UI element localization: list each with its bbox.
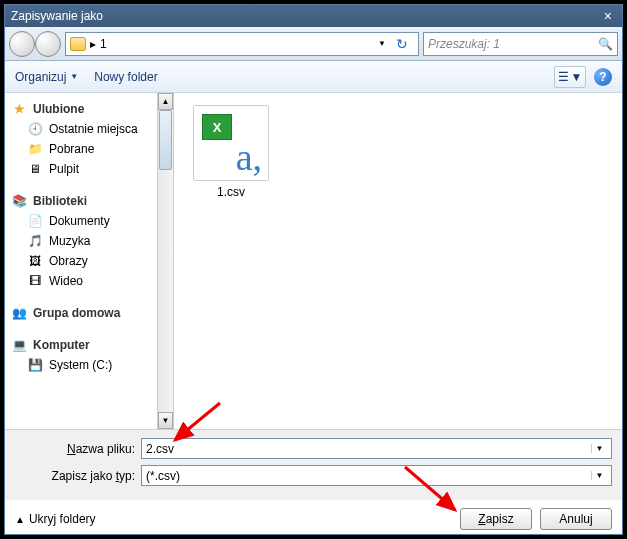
hide-folders-button[interactable]: ▲ Ukryj foldery [15,512,96,526]
address-chevron: ▸ [90,37,96,51]
recent-icon: 🕘 [27,121,43,137]
filetype-value: (*.csv) [146,469,591,483]
scroll-up-icon[interactable]: ▲ [158,93,173,110]
sidebar-item-pictures[interactable]: 🖼Obrazy [5,251,157,271]
dropdown-icon[interactable]: ▼ [378,39,386,48]
titlebar[interactable]: Zapisywanie jako × [5,5,622,27]
scroll-down-icon[interactable]: ▼ [158,412,173,429]
picture-icon: 🖼 [27,253,43,269]
help-button[interactable]: ? [594,68,612,86]
folder-icon: 📁 [27,141,43,157]
close-icon[interactable]: × [600,8,616,24]
save-button[interactable]: Zapisz [460,508,532,530]
save-fields: Nazwa pliku: ▼ Zapisz jako typ: (*.csv) … [5,429,622,500]
organize-button[interactable]: Organizuj ▼ [15,70,78,84]
scroll-thumb[interactable] [159,110,172,170]
sidebar-libraries[interactable]: 📚Biblioteki [5,191,157,211]
sidebar-item-music[interactable]: 🎵Muzyka [5,231,157,251]
filetype-label: Zapisz jako typ: [15,469,135,483]
filetype-select[interactable]: (*.csv) ▼ [141,465,612,486]
file-item[interactable]: X a, 1.csv [186,105,276,199]
desktop-icon: 🖥 [27,161,43,177]
star-icon: ★ [11,101,27,117]
filename-label: Nazwa pliku: [15,442,135,456]
sidebar-item-documents[interactable]: 📄Dokumenty [5,211,157,231]
sidebar-item-recent[interactable]: 🕘Ostatnie miejsca [5,119,157,139]
window-title: Zapisywanie jako [11,9,600,23]
document-icon: 📄 [27,213,43,229]
view-icon: ☰ [558,70,569,84]
search-placeholder: Przeszukaj: 1 [428,37,500,51]
dropdown-icon[interactable]: ▼ [591,444,607,453]
sidebar-scrollbar[interactable]: ▲ ▼ [157,93,174,429]
sidebar-item-videos[interactable]: 🎞Wideo [5,271,157,291]
address-path: 1 [100,37,374,51]
dropdown-icon[interactable]: ▼ [591,471,607,480]
chevron-up-icon: ▲ [15,514,25,525]
folder-icon [70,37,86,51]
sidebar: ★Ulubione 🕘Ostatnie miejsca 📁Pobrane 🖥Pu… [5,93,157,429]
computer-icon: 💻 [11,337,27,353]
filename-input[interactable]: ▼ [141,438,612,459]
sidebar-item-downloads[interactable]: 📁Pobrane [5,139,157,159]
nav-row: ▸ 1 ▼ ↻ Przeszukaj: 1 🔍 [5,27,622,61]
sidebar-favorites[interactable]: ★Ulubione [5,99,157,119]
drive-icon: 💾 [27,357,43,373]
sidebar-item-system-c[interactable]: 💾System (C:) [5,355,157,375]
file-name: 1.csv [186,185,276,199]
homegroup-icon: 👥 [11,305,27,321]
new-folder-button[interactable]: Nowy folder [94,70,157,84]
library-icon: 📚 [11,193,27,209]
cancel-button[interactable]: Anuluj [540,508,612,530]
chevron-down-icon: ▼ [571,70,583,84]
refresh-icon[interactable]: ↻ [390,36,414,52]
toolbar: Organizuj ▼ Nowy folder ☰ ▼ ? [5,61,622,93]
file-list[interactable]: X a, 1.csv [174,93,622,429]
search-icon[interactable]: 🔍 [598,37,613,51]
filename-value[interactable] [146,442,591,456]
sidebar-homegroup[interactable]: 👥Grupa domowa [5,303,157,323]
view-options-button[interactable]: ☰ ▼ [554,66,586,88]
video-icon: 🎞 [27,273,43,289]
sidebar-item-desktop[interactable]: 🖥Pulpit [5,159,157,179]
search-input[interactable]: Przeszukaj: 1 🔍 [423,32,618,56]
save-as-dialog: Zapisywanie jako × ▸ 1 ▼ ↻ Przeszukaj: 1… [4,4,623,535]
csv-file-icon: X a, [193,105,269,181]
chevron-down-icon: ▼ [70,72,78,81]
music-icon: 🎵 [27,233,43,249]
back-button[interactable] [9,31,35,57]
address-bar[interactable]: ▸ 1 ▼ ↻ [65,32,419,56]
sidebar-computer[interactable]: 💻Komputer [5,335,157,355]
forward-button[interactable] [35,31,61,57]
dialog-actions: ▲ Ukryj foldery Zapisz Anuluj [5,500,622,534]
